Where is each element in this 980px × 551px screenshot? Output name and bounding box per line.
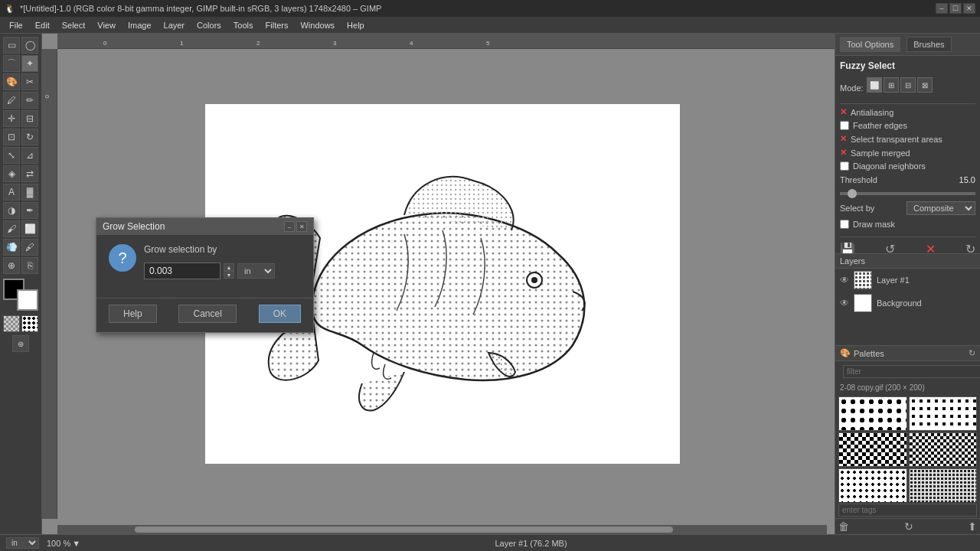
options-reset-icon[interactable]: ↻ [965,242,975,253]
menu-filters[interactable]: Filters [260,19,295,31]
layer-bg-visibility-icon[interactable]: 👁 [840,298,849,308]
menu-file[interactable]: File [3,19,29,31]
feather-edges-label[interactable]: Feather edges [853,121,907,130]
tool-scissors[interactable]: ✂ [21,73,38,90]
tool-pattern2[interactable]: . [21,315,38,332]
grow-spin-up[interactable]: ▲ [224,263,234,271]
tool-crop[interactable]: ⊡ [3,129,20,145]
tool-paint[interactable]: ✏ [21,92,38,109]
menu-layer[interactable]: Layer [158,19,191,31]
grow-spin-down[interactable]: ▼ [224,271,234,279]
zoom-dropdown-icon[interactable]: ▼ [72,539,80,548]
tool-brush[interactable]: 🖌 [3,220,20,237]
tab-brushes[interactable]: Brushes [906,37,951,52]
palette-cell-4[interactable] [909,432,978,467]
grow-value-input[interactable] [144,262,220,279]
grow-help-button[interactable]: Help [109,305,157,323]
tool-pencil[interactable]: ✒ [21,202,38,219]
color-swatches[interactable] [3,279,38,311]
palette-action-2[interactable]: ↻ [904,520,913,533]
tool-airbrush[interactable]: 💨 [3,239,20,256]
layer-1-visibility-icon[interactable]: 👁 [840,275,849,285]
palettes-refresh-icon[interactable]: ↻ [969,348,975,358]
tool-ink[interactable]: 🖋 [21,239,38,256]
mode-subtract[interactable]: ⊟ [900,77,916,93]
tool-scale[interactable]: ⤡ [3,147,20,164]
layer-info: Layer #1 (76.2 MB) [88,539,974,548]
tool-clone[interactable]: ⎘ [21,257,38,274]
tool-heal[interactable]: ⊕ [3,257,20,274]
minimize-button[interactable]: – [936,3,948,14]
tool-free-select[interactable]: ⌒ [3,55,20,72]
menu-windows[interactable]: Windows [294,19,341,31]
unit-selector[interactable]: in px mm [6,537,39,549]
close-button[interactable]: ✕ [963,3,975,14]
tool-pattern1[interactable]: . [3,315,20,332]
palette-cell-3[interactable] [838,432,907,467]
tool-blend[interactable]: ◑ [3,202,20,219]
menu-tools[interactable]: Tools [227,19,260,31]
tool-text[interactable]: A [3,184,20,201]
mode-replace[interactable]: ⬜ [867,77,882,93]
tab-tool-options[interactable]: Tool Options [840,37,900,52]
grow-dialog-close[interactable]: ✕ [296,221,307,232]
layer-row-1[interactable]: 👁 Layer #1 [835,269,980,292]
palette-cell-1[interactable] [838,396,907,431]
palette-action-1[interactable]: 🗑 [838,520,849,533]
background-color[interactable] [17,289,38,311]
menu-colors[interactable]: Colors [191,19,227,31]
tool-paths[interactable]: 🖊 [3,92,20,109]
menu-select[interactable]: Select [56,19,92,31]
grow-unit-select[interactable]: in px mm cm [237,263,275,279]
tool-move[interactable]: ✛ [3,110,20,127]
tool-bucket[interactable]: ▓ [21,184,38,201]
tool-align[interactable]: ⊟ [21,110,38,127]
tool-rect-select[interactable]: ▭ [3,37,20,54]
draw-mask-checkbox[interactable] [840,220,849,229]
canvas-area[interactable]: 0 1 2 3 4 5 0 [42,34,835,534]
tool-shear[interactable]: ⊿ [21,147,38,164]
menu-image[interactable]: Image [122,19,158,31]
layer-row-bg[interactable]: 👁 Background [835,292,980,315]
options-delete-icon[interactable]: ✕ [926,242,936,253]
tool-flip[interactable]: ⇄ [21,165,38,182]
tool-fuzzy-select[interactable]: ✦ [21,55,38,72]
scrollbar-thumb[interactable] [135,527,674,533]
palette-tags-input[interactable] [838,504,977,517]
tool-perspective[interactable]: ◈ [3,165,20,182]
tool-rotate[interactable]: ↻ [21,129,38,145]
tool-select-by-color[interactable]: 🎨 [3,73,20,90]
mode-intersect[interactable]: ⊠ [917,77,933,93]
select-transparent-indicator: ✕ [840,134,847,144]
menu-edit[interactable]: Edit [29,19,56,31]
zoom-control[interactable]: 100 % ▼ [47,539,80,548]
feather-edges-checkbox[interactable] [840,121,849,130]
divider [840,103,975,104]
menu-help[interactable]: Help [341,19,371,31]
tool-extra[interactable]: ⊛ [12,335,29,352]
palettes-filter-input[interactable] [843,365,980,378]
mode-add[interactable]: ⊞ [884,77,899,93]
options-save-icon[interactable]: 💾 [840,242,855,253]
palette-cell-6[interactable] [909,468,978,502]
maximize-button[interactable]: ☐ [949,3,962,14]
diagonal-label[interactable]: Diagonal neighbors [853,161,926,171]
grow-ok-button[interactable]: OK [259,305,301,323]
grow-dialog-icon: ? [109,244,136,272]
grow-dialog-minimize[interactable]: – [284,221,295,232]
diagonal-checkbox[interactable] [840,161,849,171]
grow-selection-dialog: Grow Selection – ✕ ? Grow selection by ▲ [96,217,314,333]
grow-cancel-button[interactable]: Cancel [178,305,236,323]
menu-view[interactable]: View [91,19,122,31]
unit-dropdown[interactable]: in px mm [6,537,39,549]
threshold-slider[interactable] [840,192,975,195]
horizontal-scrollbar[interactable] [57,525,827,534]
select-by-dropdown[interactable]: Composite Red Green Blue [906,201,975,215]
palette-action-3[interactable]: ⬆ [968,520,977,533]
palette-cell-5[interactable] [838,468,907,502]
palette-cell-2[interactable] [909,396,978,431]
draw-mask-label[interactable]: Draw mask [853,220,895,229]
tool-eraser[interactable]: ⬜ [21,220,38,237]
tool-ellipse-select[interactable]: ◯ [21,37,38,54]
options-restore-icon[interactable]: ↺ [885,242,895,253]
